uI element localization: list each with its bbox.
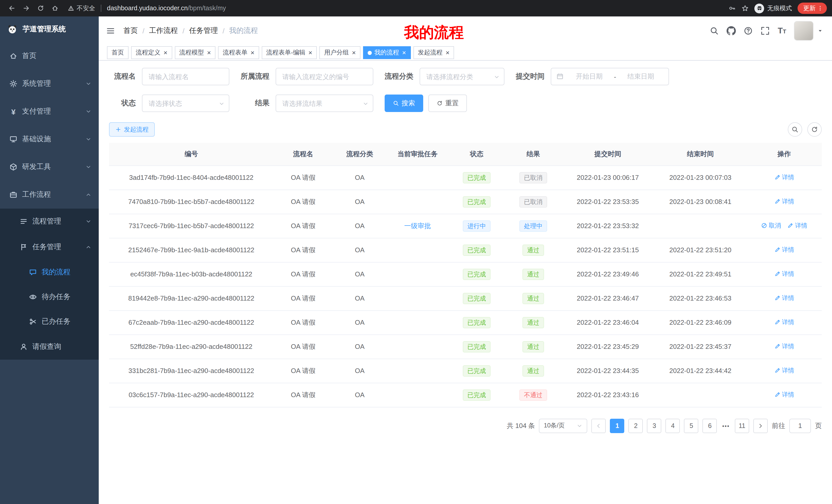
detail-link[interactable]: 详情 [787, 221, 807, 230]
cell-process-id: 819442e8-7b9a-11ec-a290-acde48001122 [109, 286, 274, 310]
fullscreen-icon[interactable] [761, 26, 770, 35]
sidebar-item-my-process[interactable]: 我的流程 [0, 260, 99, 285]
github-icon[interactable] [727, 26, 736, 35]
forward-button[interactable] [20, 2, 33, 15]
cell-category: OA [333, 383, 387, 407]
breadcrumb-item-home[interactable]: 首页 [123, 26, 138, 35]
site-security-chip[interactable]: 不安全 [68, 4, 95, 12]
page-button-4[interactable]: 4 [666, 418, 680, 433]
help-icon[interactable] [744, 26, 753, 35]
tab-user-group[interactable]: 用户分组× [319, 46, 361, 59]
avatar-caret-icon[interactable] [817, 28, 823, 33]
search-button[interactable]: 搜索 [385, 94, 423, 112]
sidebar-item-dev-tools[interactable]: 研发工具 [0, 153, 99, 181]
page-button-5[interactable]: 5 [684, 418, 699, 433]
detail-link[interactable]: 详情 [774, 197, 794, 206]
table-row: 52ffd28e-7b9a-11ec-a290-acde48001122 OA … [109, 334, 822, 359]
page-button-6[interactable]: 6 [703, 418, 717, 433]
header-search-icon[interactable] [710, 26, 719, 35]
address-bar[interactable]: dashboard.yudao.iocoder.cn/bpm/task/my [107, 5, 226, 12]
detail-link[interactable]: 详情 [774, 342, 794, 351]
browser-menu-icon[interactable] [817, 5, 823, 11]
submit-time-range-picker[interactable]: 开始日期 - 结束日期 [551, 68, 669, 85]
end-date-placeholder[interactable]: 结束日期 [618, 72, 663, 81]
close-icon[interactable]: × [207, 49, 211, 56]
sidebar-item-infrastructure[interactable]: 基础设施 [0, 125, 99, 153]
tab-home[interactable]: 首页 [107, 46, 129, 59]
page-button-1[interactable]: 1 [610, 418, 625, 433]
detail-link[interactable]: 详情 [774, 294, 794, 303]
close-icon[interactable]: × [251, 49, 254, 56]
process-name-input[interactable] [142, 68, 229, 85]
result-badge: 通过 [522, 292, 544, 304]
tab-start-process[interactable]: 发起流程× [413, 46, 454, 59]
page-button-11[interactable]: 11 [735, 418, 749, 433]
home-button[interactable] [48, 2, 62, 15]
cell-status: 已完成 [448, 334, 505, 359]
detail-link[interactable]: 详情 [774, 246, 794, 254]
page-ellipsis[interactable]: ••• [721, 423, 731, 429]
detail-link[interactable]: 详情 [774, 366, 794, 375]
detail-link[interactable]: 详情 [774, 390, 794, 399]
password-key-icon[interactable] [729, 5, 736, 12]
close-icon[interactable]: × [163, 49, 167, 56]
tab-process-form-edit[interactable]: 流程表单-编辑× [262, 46, 317, 59]
status-select-input[interactable] [142, 95, 229, 111]
sidebar-item-todo-tasks[interactable]: 待办任务 [0, 285, 99, 309]
sidebar-item-task-management[interactable]: 任务管理 [0, 234, 99, 260]
page-button-3[interactable]: 3 [647, 418, 661, 433]
goto-page-input[interactable] [789, 418, 811, 433]
tab-process-model[interactable]: 流程模型× [175, 46, 215, 59]
close-icon[interactable]: × [352, 49, 356, 56]
sidebar-item-home[interactable]: 首页 [0, 42, 99, 70]
tab-label: 流程模型 [179, 48, 204, 57]
process-id-input[interactable] [276, 68, 373, 85]
reload-button[interactable] [34, 2, 47, 15]
close-icon[interactable]: × [309, 49, 312, 56]
category-select[interactable] [420, 68, 504, 85]
toggle-search-button[interactable] [788, 122, 802, 137]
update-button[interactable]: 更新 [798, 3, 827, 14]
current-task-link[interactable]: 一级审批 [404, 222, 431, 229]
tab-process-form[interactable]: 流程表单× [218, 46, 259, 59]
page-size-select[interactable]: 10条/页 [539, 418, 588, 433]
cell-result: 通过 [505, 286, 562, 310]
prev-page-button[interactable] [592, 418, 606, 433]
hamburger-icon[interactable] [106, 26, 115, 35]
next-page-button[interactable] [753, 418, 768, 433]
detail-link[interactable]: 详情 [774, 173, 794, 182]
sidebar-item-system-management[interactable]: 系统管理 [0, 70, 99, 97]
close-icon[interactable]: × [402, 49, 406, 56]
sidebar-item-done-tasks[interactable]: 已办任务 [0, 309, 99, 334]
detail-link[interactable]: 详情 [774, 318, 794, 327]
tab-my-process[interactable]: 我的流程× [363, 46, 411, 59]
reset-button[interactable]: 重置 [428, 94, 467, 112]
category-select-input[interactable] [420, 68, 504, 85]
close-icon[interactable]: × [446, 49, 449, 56]
start-date-placeholder[interactable]: 开始日期 [567, 72, 612, 81]
status-select[interactable] [142, 94, 229, 112]
tab-label: 我的流程 [374, 48, 399, 57]
edit-icon [774, 368, 780, 374]
breadcrumb-item-task-management[interactable]: 任务管理 [189, 26, 218, 35]
back-button[interactable] [5, 2, 19, 15]
sidebar-item-process-management[interactable]: 流程管理 [0, 208, 99, 234]
avatar[interactable] [794, 21, 813, 40]
font-size-icon[interactable] [778, 26, 786, 35]
bookmark-star-icon[interactable] [742, 5, 749, 12]
detail-label: 详情 [782, 294, 794, 303]
breadcrumb: 首页 工作流程 任务管理 我的流程 [123, 26, 258, 35]
result-select-input[interactable] [276, 95, 373, 111]
detail-link[interactable]: 详情 [774, 270, 794, 278]
result-select[interactable] [276, 94, 373, 112]
breadcrumb-item-workflow[interactable]: 工作流程 [149, 26, 178, 35]
tab-process-definition[interactable]: 流程定义× [131, 46, 172, 59]
sidebar-item-leave-query[interactable]: 请假查询 [0, 334, 99, 360]
create-process-button[interactable]: 发起流程 [109, 122, 155, 137]
incognito-label: 无痕模式 [767, 4, 792, 12]
cancel-link[interactable]: 取消 [761, 221, 781, 230]
sidebar-item-payment-management[interactable]: ¥ 支付管理 [0, 97, 99, 125]
page-button-2[interactable]: 2 [629, 418, 643, 433]
sidebar-item-workflow[interactable]: 工作流程 [0, 181, 99, 208]
refresh-table-button[interactable] [807, 122, 822, 137]
